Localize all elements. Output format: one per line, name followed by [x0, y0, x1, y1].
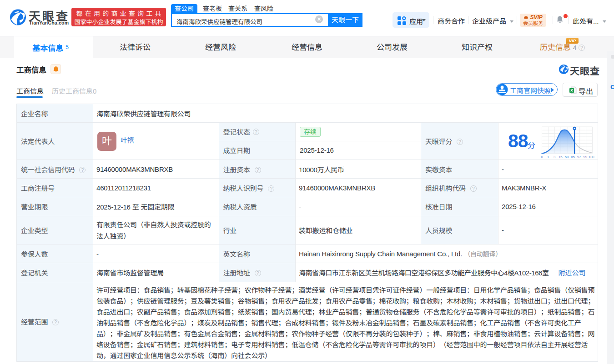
svg-text:3: 3	[554, 155, 555, 159]
svg-text:100: 100	[589, 155, 594, 159]
svg-text:97: 97	[577, 155, 581, 159]
svg-text:15: 15	[559, 155, 563, 159]
svg-text:0: 0	[541, 155, 543, 159]
svg-text:99: 99	[584, 155, 587, 159]
svg-text:1: 1	[547, 155, 549, 159]
svg-text:50: 50	[565, 155, 569, 159]
svg-text:85: 85	[571, 155, 575, 159]
